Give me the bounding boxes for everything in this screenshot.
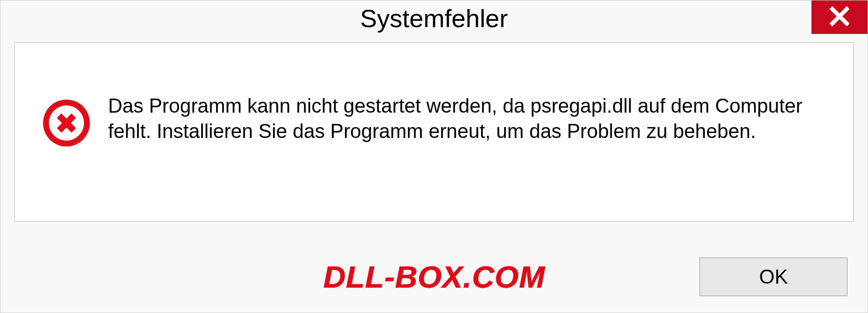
error-dialog: Systemfehler Das Programm kann nicht ges… bbox=[0, 0, 868, 313]
error-message: Das Programm kann nicht gestartet werden… bbox=[108, 93, 826, 144]
dialog-title: Systemfehler bbox=[360, 4, 508, 33]
error-icon bbox=[42, 99, 91, 147]
ok-button[interactable]: OK bbox=[699, 257, 848, 296]
watermark-text: DLL-BOX.COM bbox=[323, 259, 545, 294]
content-box: Das Programm kann nicht gestartet werden… bbox=[14, 42, 854, 222]
close-button[interactable] bbox=[811, 0, 868, 34]
close-icon bbox=[829, 5, 850, 29]
title-bar: Systemfehler bbox=[0, 0, 868, 36]
dialog-footer: DLL-BOX.COM OK bbox=[0, 257, 868, 296]
